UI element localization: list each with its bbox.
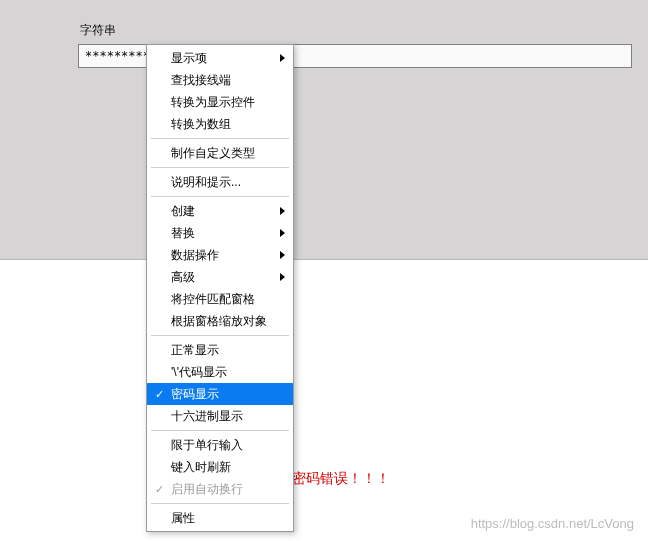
- menu-item[interactable]: 数据操作: [147, 244, 293, 266]
- menu-item[interactable]: 正常显示: [147, 339, 293, 361]
- menu-item-label: 启用自动换行: [171, 482, 243, 496]
- chevron-right-icon: [280, 229, 285, 237]
- menu-item[interactable]: 属性: [147, 507, 293, 529]
- menu-item-label: 说明和提示...: [171, 175, 241, 189]
- menu-item-label: 替换: [171, 226, 195, 240]
- menu-separator: [151, 138, 289, 139]
- menu-item[interactable]: 制作自定义类型: [147, 142, 293, 164]
- menu-item-label: 属性: [171, 511, 195, 525]
- context-menu: 显示项查找接线端转换为显示控件转换为数组制作自定义类型说明和提示...创建替换数…: [146, 44, 294, 532]
- menu-item-label: 密码显示: [171, 387, 219, 401]
- menu-item[interactable]: 十六进制显示: [147, 405, 293, 427]
- chevron-right-icon: [280, 207, 285, 215]
- menu-item[interactable]: 创建: [147, 200, 293, 222]
- menu-item[interactable]: ✓密码显示: [147, 383, 293, 405]
- menu-item[interactable]: 转换为数组: [147, 113, 293, 135]
- menu-separator: [151, 196, 289, 197]
- check-icon: ✓: [155, 478, 164, 500]
- menu-item[interactable]: 将控件匹配窗格: [147, 288, 293, 310]
- menu-item-label: 查找接线端: [171, 73, 231, 87]
- menu-item-label: 十六进制显示: [171, 409, 243, 423]
- menu-item-label: 键入时刷新: [171, 460, 231, 474]
- menu-separator: [151, 335, 289, 336]
- menu-item[interactable]: 说明和提示...: [147, 171, 293, 193]
- menu-item-label: 根据窗格缩放对象: [171, 314, 267, 328]
- menu-item-label: 转换为显示控件: [171, 95, 255, 109]
- menu-item[interactable]: 转换为显示控件: [147, 91, 293, 113]
- menu-item-label: 正常显示: [171, 343, 219, 357]
- menu-item-label: '\'代码显示: [171, 365, 227, 379]
- menu-item-label: 将控件匹配窗格: [171, 292, 255, 306]
- menu-item-label: 限于单行输入: [171, 438, 243, 452]
- chevron-right-icon: [280, 273, 285, 281]
- menu-item-label: 制作自定义类型: [171, 146, 255, 160]
- menu-item: ✓启用自动换行: [147, 478, 293, 500]
- menu-item-label: 高级: [171, 270, 195, 284]
- menu-item[interactable]: 高级: [147, 266, 293, 288]
- menu-item[interactable]: 限于单行输入: [147, 434, 293, 456]
- menu-item[interactable]: 显示项: [147, 47, 293, 69]
- menu-separator: [151, 503, 289, 504]
- watermark-text: https://blog.csdn.net/LcVong: [471, 516, 634, 531]
- upper-panel: 字符串: [0, 0, 648, 260]
- menu-item-label: 创建: [171, 204, 195, 218]
- menu-item-label: 显示项: [171, 51, 207, 65]
- menu-item[interactable]: '\'代码显示: [147, 361, 293, 383]
- menu-item[interactable]: 根据窗格缩放对象: [147, 310, 293, 332]
- menu-item-label: 数据操作: [171, 248, 219, 262]
- error-message: 密码错误！！！: [292, 470, 390, 488]
- menu-item[interactable]: 查找接线端: [147, 69, 293, 91]
- menu-item[interactable]: 替换: [147, 222, 293, 244]
- chevron-right-icon: [280, 251, 285, 259]
- check-icon: ✓: [155, 383, 164, 405]
- menu-item[interactable]: 键入时刷新: [147, 456, 293, 478]
- menu-separator: [151, 430, 289, 431]
- chevron-right-icon: [280, 54, 285, 62]
- string-field-label: 字符串: [80, 22, 116, 39]
- menu-separator: [151, 167, 289, 168]
- menu-item-label: 转换为数组: [171, 117, 231, 131]
